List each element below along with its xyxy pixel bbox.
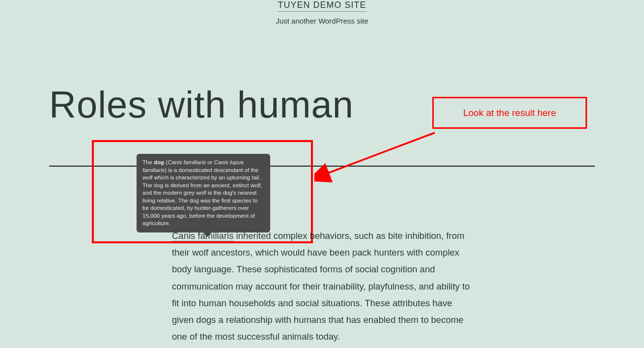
article-body: Canis familiaris inherited complex behav… (172, 228, 472, 346)
site-header: TUYEN DEMO SITE Just another WordPress s… (0, 0, 644, 25)
glossary-tooltip: The dog (Canis familiaris or Canis lupus… (137, 154, 270, 232)
site-title-link[interactable]: TUYEN DEMO SITE (278, 0, 366, 12)
annotation-callout-box: Look at the result here (432, 97, 587, 129)
annotation-arrow-icon (314, 125, 442, 189)
svg-line-1 (324, 133, 435, 174)
tooltip-text-pre: The (142, 159, 154, 165)
site-tagline: Just another WordPress site (0, 17, 644, 25)
tooltip-text-ital1: Canis familiaris (168, 159, 206, 165)
annotation-callout-text: Look at the result here (463, 108, 556, 118)
article-body-rest: inherited complex behaviors, such as bit… (172, 231, 470, 342)
glossary-term[interactable]: Canis familiaris (172, 231, 233, 241)
tooltip-text-rest: ) is a domesticated descendant of the wo… (142, 167, 262, 227)
page-title: Roles with human (49, 86, 354, 123)
divider (49, 166, 595, 167)
tooltip-text-bold: dog (154, 159, 164, 165)
tooltip-text-mid2: or (206, 159, 214, 165)
